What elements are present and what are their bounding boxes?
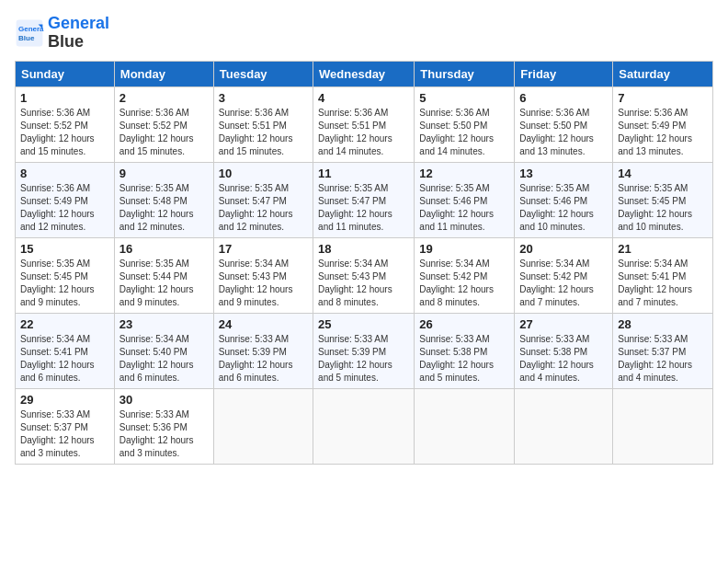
day-number: 26: [419, 317, 509, 331]
day-detail: Sunrise: 5:33 AM Sunset: 5:36 PM Dayligh…: [119, 408, 209, 460]
day-cell-28: 28Sunrise: 5:33 AM Sunset: 5:37 PM Dayli…: [613, 313, 713, 388]
day-detail: Sunrise: 5:36 AM Sunset: 5:49 PM Dayligh…: [20, 182, 109, 234]
day-cell-14: 14Sunrise: 5:35 AM Sunset: 5:45 PM Dayli…: [613, 162, 713, 237]
day-detail: Sunrise: 5:36 AM Sunset: 5:50 PM Dayligh…: [419, 107, 509, 158]
day-cell-10: 10Sunrise: 5:35 AM Sunset: 5:47 PM Dayli…: [213, 162, 313, 237]
day-number: 3: [219, 91, 308, 105]
day-number: 9: [119, 167, 209, 180]
day-number: 1: [20, 91, 109, 105]
day-detail: Sunrise: 5:36 AM Sunset: 5:50 PM Dayligh…: [519, 107, 608, 158]
day-cell-7: 7Sunrise: 5:36 AM Sunset: 5:49 PM Daylig…: [613, 86, 713, 162]
logo-icon: General Blue: [15, 18, 44, 48]
day-number: 16: [119, 242, 209, 256]
day-cell-21: 21Sunrise: 5:34 AM Sunset: 5:41 PM Dayli…: [613, 237, 713, 313]
day-number: 11: [318, 167, 409, 180]
day-cell-23: 23Sunrise: 5:34 AM Sunset: 5:40 PM Dayli…: [114, 313, 213, 388]
week-row-5: 29Sunrise: 5:33 AM Sunset: 5:37 PM Dayli…: [16, 388, 713, 464]
empty-cell: [213, 388, 313, 464]
day-number: 4: [318, 91, 409, 105]
day-cell-16: 16Sunrise: 5:35 AM Sunset: 5:44 PM Dayli…: [114, 237, 213, 313]
day-cell-26: 26Sunrise: 5:33 AM Sunset: 5:38 PM Dayli…: [415, 313, 515, 388]
day-cell-20: 20Sunrise: 5:34 AM Sunset: 5:42 PM Dayli…: [515, 237, 613, 313]
day-number: 23: [119, 317, 209, 331]
day-number: 19: [419, 242, 509, 256]
day-number: 18: [318, 242, 409, 256]
day-detail: Sunrise: 5:34 AM Sunset: 5:41 PM Dayligh…: [20, 333, 109, 385]
day-cell-3: 3Sunrise: 5:36 AM Sunset: 5:51 PM Daylig…: [213, 86, 313, 162]
page-header: General Blue GeneralBlue: [15, 15, 713, 52]
day-detail: Sunrise: 5:34 AM Sunset: 5:43 PM Dayligh…: [219, 258, 308, 309]
empty-cell: [415, 388, 515, 464]
day-cell-30: 30Sunrise: 5:33 AM Sunset: 5:36 PM Dayli…: [114, 388, 213, 464]
day-cell-27: 27Sunrise: 5:33 AM Sunset: 5:38 PM Dayli…: [515, 313, 613, 388]
empty-cell: [313, 388, 415, 464]
day-cell-13: 13Sunrise: 5:35 AM Sunset: 5:46 PM Dayli…: [515, 162, 613, 237]
day-cell-2: 2Sunrise: 5:36 AM Sunset: 5:52 PM Daylig…: [114, 86, 213, 162]
day-detail: Sunrise: 5:34 AM Sunset: 5:41 PM Dayligh…: [618, 258, 708, 309]
day-detail: Sunrise: 5:35 AM Sunset: 5:45 PM Dayligh…: [618, 182, 708, 234]
day-number: 28: [618, 317, 708, 331]
day-detail: Sunrise: 5:36 AM Sunset: 5:49 PM Dayligh…: [618, 107, 708, 158]
day-detail: Sunrise: 5:33 AM Sunset: 5:38 PM Dayligh…: [419, 333, 509, 385]
day-number: 27: [519, 317, 608, 331]
day-number: 15: [20, 242, 109, 256]
day-number: 8: [20, 167, 109, 180]
column-header-thursday: Thursday: [415, 61, 515, 86]
week-row-1: 1Sunrise: 5:36 AM Sunset: 5:52 PM Daylig…: [16, 86, 713, 162]
day-cell-8: 8Sunrise: 5:36 AM Sunset: 5:49 PM Daylig…: [16, 162, 115, 237]
day-detail: Sunrise: 5:34 AM Sunset: 5:40 PM Dayligh…: [119, 333, 209, 385]
day-detail: Sunrise: 5:35 AM Sunset: 5:46 PM Dayligh…: [519, 182, 608, 234]
day-detail: Sunrise: 5:34 AM Sunset: 5:43 PM Dayligh…: [318, 258, 409, 309]
day-cell-24: 24Sunrise: 5:33 AM Sunset: 5:39 PM Dayli…: [213, 313, 313, 388]
empty-cell: [515, 388, 613, 464]
day-number: 22: [20, 317, 109, 331]
day-number: 29: [20, 393, 109, 407]
day-detail: Sunrise: 5:33 AM Sunset: 5:37 PM Dayligh…: [618, 333, 708, 385]
day-number: 13: [519, 167, 608, 180]
day-number: 17: [219, 242, 308, 256]
day-detail: Sunrise: 5:36 AM Sunset: 5:51 PM Dayligh…: [318, 107, 409, 158]
day-cell-25: 25Sunrise: 5:33 AM Sunset: 5:39 PM Dayli…: [313, 313, 415, 388]
column-header-wednesday: Wednesday: [313, 61, 415, 86]
day-cell-15: 15Sunrise: 5:35 AM Sunset: 5:45 PM Dayli…: [16, 237, 115, 313]
day-number: 10: [219, 167, 308, 180]
svg-text:Blue: Blue: [18, 34, 35, 42]
week-row-4: 22Sunrise: 5:34 AM Sunset: 5:41 PM Dayli…: [16, 313, 713, 388]
day-detail: Sunrise: 5:34 AM Sunset: 5:42 PM Dayligh…: [519, 258, 608, 309]
day-detail: Sunrise: 5:35 AM Sunset: 5:47 PM Dayligh…: [219, 182, 308, 234]
day-cell-1: 1Sunrise: 5:36 AM Sunset: 5:52 PM Daylig…: [16, 86, 115, 162]
calendar-table: SundayMondayTuesdayWednesdayThursdayFrid…: [15, 61, 713, 465]
day-number: 14: [618, 167, 708, 180]
day-cell-29: 29Sunrise: 5:33 AM Sunset: 5:37 PM Dayli…: [16, 388, 115, 464]
day-cell-6: 6Sunrise: 5:36 AM Sunset: 5:50 PM Daylig…: [515, 86, 613, 162]
day-detail: Sunrise: 5:35 AM Sunset: 5:45 PM Dayligh…: [20, 258, 109, 309]
day-cell-11: 11Sunrise: 5:35 AM Sunset: 5:47 PM Dayli…: [313, 162, 415, 237]
logo: General Blue GeneralBlue: [15, 15, 109, 52]
header-row: SundayMondayTuesdayWednesdayThursdayFrid…: [16, 61, 713, 86]
day-number: 25: [318, 317, 409, 331]
day-detail: Sunrise: 5:36 AM Sunset: 5:52 PM Dayligh…: [20, 107, 109, 158]
column-header-saturday: Saturday: [613, 61, 713, 86]
day-number: 24: [219, 317, 308, 331]
empty-cell: [613, 388, 713, 464]
day-cell-4: 4Sunrise: 5:36 AM Sunset: 5:51 PM Daylig…: [313, 86, 415, 162]
day-cell-5: 5Sunrise: 5:36 AM Sunset: 5:50 PM Daylig…: [415, 86, 515, 162]
day-number: 21: [618, 242, 708, 256]
day-number: 6: [519, 91, 608, 105]
day-detail: Sunrise: 5:33 AM Sunset: 5:39 PM Dayligh…: [318, 333, 409, 385]
day-detail: Sunrise: 5:33 AM Sunset: 5:39 PM Dayligh…: [219, 333, 308, 385]
day-detail: Sunrise: 5:33 AM Sunset: 5:38 PM Dayligh…: [519, 333, 608, 385]
day-cell-18: 18Sunrise: 5:34 AM Sunset: 5:43 PM Dayli…: [313, 237, 415, 313]
day-cell-17: 17Sunrise: 5:34 AM Sunset: 5:43 PM Dayli…: [213, 237, 313, 313]
day-cell-12: 12Sunrise: 5:35 AM Sunset: 5:46 PM Dayli…: [415, 162, 515, 237]
day-detail: Sunrise: 5:35 AM Sunset: 5:46 PM Dayligh…: [419, 182, 509, 234]
day-number: 7: [618, 91, 708, 105]
day-detail: Sunrise: 5:35 AM Sunset: 5:47 PM Dayligh…: [318, 182, 409, 234]
day-number: 20: [519, 242, 608, 256]
svg-text:General: General: [18, 25, 44, 33]
week-row-3: 15Sunrise: 5:35 AM Sunset: 5:45 PM Dayli…: [16, 237, 713, 313]
day-number: 12: [419, 167, 509, 180]
day-number: 30: [119, 393, 209, 407]
day-cell-22: 22Sunrise: 5:34 AM Sunset: 5:41 PM Dayli…: [16, 313, 115, 388]
column-header-tuesday: Tuesday: [213, 61, 313, 86]
